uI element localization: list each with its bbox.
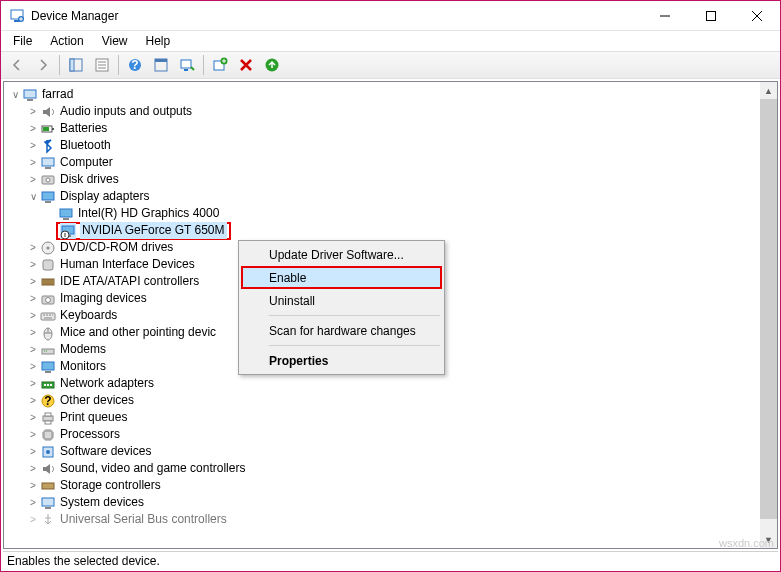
svg-rect-52 xyxy=(44,431,52,439)
expand-icon[interactable]: > xyxy=(26,343,40,357)
tree-item[interactable]: >Software devices xyxy=(8,443,777,460)
show-hide-tree-button[interactable] xyxy=(64,53,88,77)
svg-rect-50 xyxy=(45,413,51,416)
expand-icon[interactable]: > xyxy=(26,173,40,187)
tree-label: Audio inputs and outputs xyxy=(60,103,192,120)
expand-icon[interactable]: > xyxy=(26,360,40,374)
back-button[interactable] xyxy=(5,53,29,77)
scroll-up-button[interactable]: ▲ xyxy=(760,82,777,99)
minimize-button[interactable] xyxy=(642,1,688,30)
tree-item[interactable]: >?Other devices xyxy=(8,392,777,409)
expand-icon[interactable]: > xyxy=(26,377,40,391)
svg-rect-49 xyxy=(43,416,53,421)
menu-label: Enable xyxy=(269,271,306,285)
system-icon xyxy=(40,495,56,511)
menu-file[interactable]: File xyxy=(5,32,40,50)
update-driver-button[interactable] xyxy=(208,53,232,77)
expand-icon[interactable]: > xyxy=(26,292,40,306)
svg-rect-25 xyxy=(42,192,54,200)
tree-item[interactable]: >Bluetooth xyxy=(8,137,777,154)
tree-item[interactable]: >Batteries xyxy=(8,120,777,137)
menu-separator xyxy=(269,315,440,316)
expand-icon[interactable]: > xyxy=(26,394,40,408)
expand-icon[interactable]: > xyxy=(26,445,40,459)
menu-action[interactable]: Action xyxy=(42,32,91,50)
tree-item[interactable]: >Storage controllers xyxy=(8,477,777,494)
svg-rect-42 xyxy=(45,371,51,373)
svg-point-33 xyxy=(47,246,50,249)
tree-label: Batteries xyxy=(60,120,107,137)
tree-label: Sound, video and game controllers xyxy=(60,460,245,477)
vertical-scrollbar[interactable]: ▲ ▼ xyxy=(760,82,777,548)
svg-rect-41 xyxy=(42,362,54,370)
context-menu-update-driver[interactable]: Update Driver Software... xyxy=(241,243,442,266)
context-menu-scan[interactable]: Scan for hardware changes xyxy=(241,319,442,342)
toolbar: ? xyxy=(1,51,780,79)
audio-icon xyxy=(40,104,56,120)
tree-item[interactable]: >Network adapters xyxy=(8,375,777,392)
expand-icon[interactable]: > xyxy=(26,462,40,476)
svg-rect-11 xyxy=(181,60,191,68)
expand-icon[interactable]: > xyxy=(26,309,40,323)
context-menu-enable[interactable]: Enable xyxy=(241,266,442,289)
uninstall-button[interactable] xyxy=(234,53,258,77)
svg-text:?: ? xyxy=(44,394,51,408)
network-icon xyxy=(40,376,56,392)
app-icon xyxy=(9,8,25,24)
collapse-icon[interactable]: ∨ xyxy=(26,190,40,204)
tree-item[interactable]: Intel(R) HD Graphics 4000 xyxy=(8,205,777,222)
context-menu-properties[interactable]: Properties xyxy=(241,349,442,372)
expand-icon[interactable]: > xyxy=(26,105,40,119)
status-bar: Enables the selected device. xyxy=(3,551,778,569)
menu-help[interactable]: Help xyxy=(138,32,179,50)
tree-item[interactable]: >System devices xyxy=(8,494,777,511)
menu-label: Update Driver Software... xyxy=(269,248,404,262)
svg-rect-5 xyxy=(70,59,74,71)
expand-icon[interactable]: > xyxy=(26,326,40,340)
mouse-icon xyxy=(40,325,56,341)
tree-item[interactable]: >Sound, video and game controllers xyxy=(8,460,777,477)
expand-icon[interactable]: > xyxy=(26,275,40,289)
svg-point-37 xyxy=(46,297,51,302)
expand-icon[interactable]: ∨ xyxy=(8,88,22,102)
properties-button[interactable] xyxy=(90,53,114,77)
toolbar-icon-3[interactable] xyxy=(149,53,173,77)
expand-icon[interactable]: > xyxy=(26,241,40,255)
svg-rect-17 xyxy=(27,99,33,101)
maximize-button[interactable] xyxy=(688,1,734,30)
tree-item[interactable]: >Computer xyxy=(8,154,777,171)
scroll-thumb[interactable] xyxy=(760,99,777,519)
tree-item[interactable]: >Disk drives xyxy=(8,171,777,188)
expand-icon[interactable]: > xyxy=(26,122,40,136)
expand-icon[interactable]: > xyxy=(26,428,40,442)
tree-item[interactable]: >Universal Serial Bus controllers xyxy=(8,511,777,528)
display-adapter-disabled-icon xyxy=(60,223,76,239)
expand-icon[interactable]: > xyxy=(26,496,40,510)
imaging-icon xyxy=(40,291,56,307)
menu-view[interactable]: View xyxy=(94,32,136,50)
tree-item-selected[interactable]: NVIDIA GeForce GT 650M xyxy=(8,222,777,239)
close-button[interactable] xyxy=(734,1,780,30)
enable-button[interactable] xyxy=(260,53,284,77)
expand-icon[interactable]: > xyxy=(26,411,40,425)
expand-icon[interactable]: > xyxy=(26,479,40,493)
context-menu-uninstall[interactable]: Uninstall xyxy=(241,289,442,312)
svg-rect-34 xyxy=(43,260,53,270)
display-adapter-icon xyxy=(58,206,74,222)
svg-rect-55 xyxy=(42,483,54,489)
svg-rect-3 xyxy=(707,11,716,20)
tree-item[interactable]: >Processors xyxy=(8,426,777,443)
expand-icon[interactable]: > xyxy=(26,258,40,272)
forward-button[interactable] xyxy=(31,53,55,77)
tree-root[interactable]: ∨ farrad xyxy=(8,86,777,103)
scan-hardware-button[interactable] xyxy=(175,53,199,77)
display-adapter-icon xyxy=(40,189,56,205)
expand-icon[interactable]: > xyxy=(26,156,40,170)
tree-item[interactable]: >Print queues xyxy=(8,409,777,426)
svg-rect-56 xyxy=(42,498,54,506)
tree-item[interactable]: >Audio inputs and outputs xyxy=(8,103,777,120)
expand-icon[interactable]: > xyxy=(26,139,40,153)
tree-item-display-adapters[interactable]: ∨Display adapters xyxy=(8,188,777,205)
help-button[interactable]: ? xyxy=(123,53,147,77)
expand-icon[interactable]: > xyxy=(26,513,40,527)
